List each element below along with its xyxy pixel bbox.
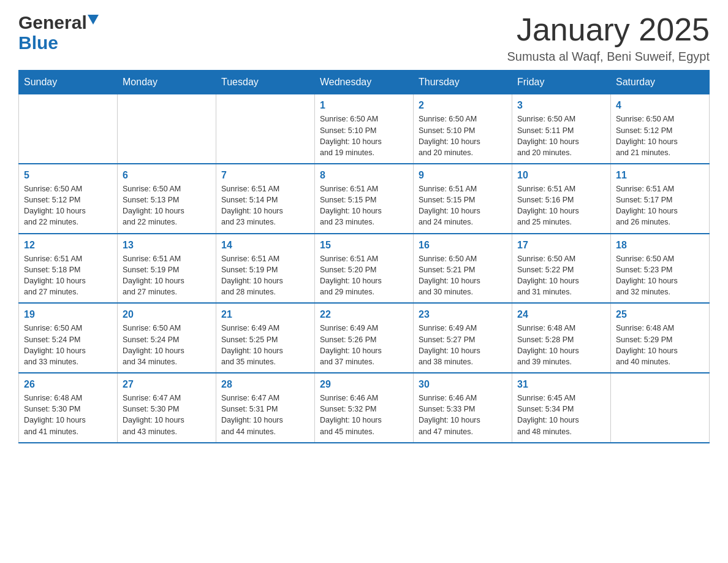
day-number: 25: [616, 307, 704, 321]
day-info: Sunrise: 6:50 AMSunset: 5:21 PMDaylight:…: [419, 253, 507, 298]
calendar-cell: 9Sunrise: 6:51 AMSunset: 5:15 PMDaylight…: [414, 164, 512, 234]
day-info: Sunrise: 6:49 AMSunset: 5:27 PMDaylight:…: [419, 323, 507, 367]
day-info: Sunrise: 6:51 AMSunset: 5:16 PMDaylight:…: [517, 183, 605, 228]
day-info: Sunrise: 6:48 AMSunset: 5:29 PMDaylight:…: [616, 323, 704, 367]
calendar-cell: [611, 373, 710, 443]
day-info: Sunrise: 6:50 AMSunset: 5:12 PMDaylight:…: [616, 113, 704, 158]
day-number: 20: [123, 307, 211, 321]
day-info: Sunrise: 6:50 AMSunset: 5:10 PMDaylight:…: [419, 113, 507, 158]
day-info: Sunrise: 6:49 AMSunset: 5:25 PMDaylight:…: [221, 323, 309, 367]
day-number: 30: [419, 377, 507, 391]
logo-general-text: General: [18, 12, 87, 33]
day-number: 8: [320, 168, 408, 182]
day-number: 28: [221, 377, 309, 391]
day-info: Sunrise: 6:51 AMSunset: 5:19 PMDaylight:…: [123, 253, 211, 298]
header-day-monday: Monday: [118, 71, 216, 94]
header-day-tuesday: Tuesday: [216, 71, 315, 94]
calendar-cell: 16Sunrise: 6:50 AMSunset: 5:21 PMDayligh…: [414, 234, 512, 304]
calendar-cell: [118, 94, 216, 164]
title-section: January 2025 Sumusta al Waqf, Beni Suwei…: [507, 12, 710, 64]
calendar-cell: 17Sunrise: 6:50 AMSunset: 5:22 PMDayligh…: [512, 234, 611, 304]
day-info: Sunrise: 6:49 AMSunset: 5:26 PMDaylight:…: [320, 323, 408, 367]
calendar-cell: 3Sunrise: 6:50 AMSunset: 5:11 PMDaylight…: [512, 94, 611, 164]
calendar-cell: 31Sunrise: 6:45 AMSunset: 5:34 PMDayligh…: [512, 373, 611, 443]
day-info: Sunrise: 6:51 AMSunset: 5:17 PMDaylight:…: [616, 183, 704, 228]
day-info: Sunrise: 6:50 AMSunset: 5:12 PMDaylight:…: [24, 183, 112, 228]
day-number: 22: [320, 307, 408, 321]
calendar-header-row: SundayMondayTuesdayWednesdayThursdayFrid…: [19, 71, 710, 94]
day-info: Sunrise: 6:47 AMSunset: 5:31 PMDaylight:…: [221, 393, 309, 437]
day-number: 9: [419, 168, 507, 182]
calendar-cell: 7Sunrise: 6:51 AMSunset: 5:14 PMDaylight…: [216, 164, 315, 234]
day-number: 21: [221, 307, 309, 321]
day-number: 7: [221, 168, 309, 182]
day-number: 6: [123, 168, 211, 182]
calendar-cell: 27Sunrise: 6:47 AMSunset: 5:30 PMDayligh…: [118, 373, 216, 443]
day-number: 14: [221, 238, 309, 252]
calendar-week-row: 19Sunrise: 6:50 AMSunset: 5:24 PMDayligh…: [19, 303, 710, 373]
month-title: January 2025: [507, 12, 710, 47]
calendar-cell: 22Sunrise: 6:49 AMSunset: 5:26 PMDayligh…: [315, 303, 414, 373]
day-info: Sunrise: 6:51 AMSunset: 5:15 PMDaylight:…: [419, 183, 507, 228]
calendar-week-row: 5Sunrise: 6:50 AMSunset: 5:12 PMDaylight…: [19, 164, 710, 234]
location-subtitle: Sumusta al Waqf, Beni Suweif, Egypt: [507, 50, 710, 64]
day-number: 23: [419, 307, 507, 321]
calendar-cell: 28Sunrise: 6:47 AMSunset: 5:31 PMDayligh…: [216, 373, 315, 443]
day-info: Sunrise: 6:46 AMSunset: 5:32 PMDaylight:…: [320, 393, 408, 437]
calendar-cell: 29Sunrise: 6:46 AMSunset: 5:32 PMDayligh…: [315, 373, 414, 443]
day-info: Sunrise: 6:51 AMSunset: 5:15 PMDaylight:…: [320, 183, 408, 228]
calendar-cell: 18Sunrise: 6:50 AMSunset: 5:23 PMDayligh…: [611, 234, 710, 304]
calendar-cell: 15Sunrise: 6:51 AMSunset: 5:20 PMDayligh…: [315, 234, 414, 304]
day-number: 15: [320, 238, 408, 252]
calendar-cell: 26Sunrise: 6:48 AMSunset: 5:30 PMDayligh…: [19, 373, 118, 443]
header-day-thursday: Thursday: [414, 71, 512, 94]
day-number: 19: [24, 307, 112, 321]
day-info: Sunrise: 6:51 AMSunset: 5:14 PMDaylight:…: [221, 183, 309, 228]
day-number: 18: [616, 238, 704, 252]
calendar-cell: 13Sunrise: 6:51 AMSunset: 5:19 PMDayligh…: [118, 234, 216, 304]
day-info: Sunrise: 6:48 AMSunset: 5:28 PMDaylight:…: [517, 323, 605, 367]
calendar-cell: 23Sunrise: 6:49 AMSunset: 5:27 PMDayligh…: [414, 303, 512, 373]
day-info: Sunrise: 6:50 AMSunset: 5:10 PMDaylight:…: [320, 113, 408, 158]
page-header: General Blue January 2025 Sumusta al Waq…: [18, 12, 710, 64]
day-number: 29: [320, 377, 408, 391]
calendar-week-row: 1Sunrise: 6:50 AMSunset: 5:10 PMDaylight…: [19, 94, 710, 164]
header-day-wednesday: Wednesday: [315, 71, 414, 94]
calendar-cell: 30Sunrise: 6:46 AMSunset: 5:33 PMDayligh…: [414, 373, 512, 443]
calendar-week-row: 12Sunrise: 6:51 AMSunset: 5:18 PMDayligh…: [19, 234, 710, 304]
calendar-cell: 19Sunrise: 6:50 AMSunset: 5:24 PMDayligh…: [19, 303, 118, 373]
calendar-cell: 14Sunrise: 6:51 AMSunset: 5:19 PMDayligh…: [216, 234, 315, 304]
day-number: 10: [517, 168, 605, 182]
day-number: 31: [517, 377, 605, 391]
day-number: 12: [24, 238, 112, 252]
day-info: Sunrise: 6:50 AMSunset: 5:24 PMDaylight:…: [123, 323, 211, 367]
calendar-week-row: 26Sunrise: 6:48 AMSunset: 5:30 PMDayligh…: [19, 373, 710, 443]
day-number: 1: [320, 98, 408, 112]
calendar-cell: 8Sunrise: 6:51 AMSunset: 5:15 PMDaylight…: [315, 164, 414, 234]
day-number: 27: [123, 377, 211, 391]
calendar-cell: [19, 94, 118, 164]
calendar-cell: 10Sunrise: 6:51 AMSunset: 5:16 PMDayligh…: [512, 164, 611, 234]
day-info: Sunrise: 6:51 AMSunset: 5:19 PMDaylight:…: [221, 253, 309, 298]
calendar-cell: 2Sunrise: 6:50 AMSunset: 5:10 PMDaylight…: [414, 94, 512, 164]
day-number: 2: [419, 98, 507, 112]
header-day-saturday: Saturday: [611, 71, 710, 94]
calendar-cell: 24Sunrise: 6:48 AMSunset: 5:28 PMDayligh…: [512, 303, 611, 373]
day-info: Sunrise: 6:51 AMSunset: 5:18 PMDaylight:…: [24, 253, 112, 298]
header-day-sunday: Sunday: [19, 71, 118, 94]
day-info: Sunrise: 6:45 AMSunset: 5:34 PMDaylight:…: [517, 393, 605, 437]
header-day-friday: Friday: [512, 71, 611, 94]
day-info: Sunrise: 6:50 AMSunset: 5:23 PMDaylight:…: [616, 253, 704, 298]
calendar-cell: 20Sunrise: 6:50 AMSunset: 5:24 PMDayligh…: [118, 303, 216, 373]
day-number: 17: [517, 238, 605, 252]
day-info: Sunrise: 6:50 AMSunset: 5:11 PMDaylight:…: [517, 113, 605, 158]
day-number: 11: [616, 168, 704, 182]
day-number: 3: [517, 98, 605, 112]
calendar-cell: 5Sunrise: 6:50 AMSunset: 5:12 PMDaylight…: [19, 164, 118, 234]
day-info: Sunrise: 6:46 AMSunset: 5:33 PMDaylight:…: [419, 393, 507, 437]
calendar-cell: 1Sunrise: 6:50 AMSunset: 5:10 PMDaylight…: [315, 94, 414, 164]
day-number: 16: [419, 238, 507, 252]
day-info: Sunrise: 6:50 AMSunset: 5:13 PMDaylight:…: [123, 183, 211, 228]
day-info: Sunrise: 6:48 AMSunset: 5:30 PMDaylight:…: [24, 393, 112, 437]
calendar-table: SundayMondayTuesdayWednesdayThursdayFrid…: [18, 70, 710, 443]
